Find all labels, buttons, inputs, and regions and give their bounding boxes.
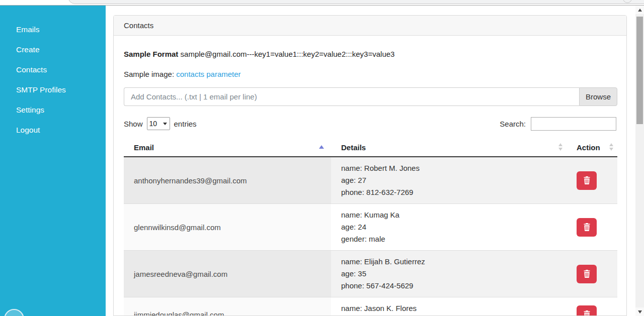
- delete-button[interactable]: [577, 171, 597, 190]
- detail-line: name: Elijah B. Gutierrez: [341, 256, 556, 268]
- detail-line: phone: 812-632-7269: [341, 186, 556, 198]
- delete-button[interactable]: [577, 305, 597, 316]
- column-header-email[interactable]: Email: [124, 139, 331, 157]
- contacts-parameter-link[interactable]: contacts parameter: [176, 70, 240, 78]
- browse-button[interactable]: Browse: [579, 87, 617, 106]
- main-content: Contacts Sample Format sample@gmail.com-…: [106, 6, 635, 316]
- sample-image-line: Sample image: contacts parameter: [124, 70, 616, 78]
- sidebar-item-logout[interactable]: Logout: [0, 120, 106, 140]
- sort-both-icon: [558, 143, 562, 151]
- action-header-label: Action: [577, 143, 600, 152]
- details-cell: name: Kumag Kaage: 24gender: male: [331, 204, 567, 251]
- scroll-down-button[interactable]: [635, 307, 644, 316]
- arrow-down-icon: [638, 310, 642, 313]
- show-label: Show: [124, 120, 143, 128]
- widget-circle[interactable]: [4, 309, 24, 316]
- sort-both-icon: [609, 143, 613, 151]
- sidebar-item-create[interactable]: Create: [0, 40, 106, 60]
- action-cell: [567, 297, 617, 316]
- sidebar-item-contacts[interactable]: Contacts: [0, 60, 106, 80]
- detail-line: name: Jason K. Flores: [341, 302, 556, 314]
- browser-chrome: [0, 0, 644, 6]
- detail-line: age: 27: [341, 174, 556, 186]
- email-cell: glennwilkinsd@gmail.com: [124, 204, 331, 251]
- page-length-select[interactable]: 10: [147, 117, 170, 130]
- detail-line: name: Kumag Ka: [341, 209, 556, 221]
- panel-title: Contacts: [114, 16, 626, 36]
- column-header-details[interactable]: Details: [331, 139, 567, 157]
- table-header-row: Email Details Action: [124, 139, 617, 157]
- search-control: Search:: [500, 117, 616, 131]
- add-contacts-input[interactable]: [124, 87, 579, 106]
- column-header-action[interactable]: Action: [567, 139, 617, 157]
- sample-format-label: Sample Format: [124, 50, 178, 58]
- delete-button[interactable]: [577, 218, 597, 237]
- search-label: Search:: [500, 120, 526, 128]
- sidebar-item-smtp-profiles[interactable]: SMTP Profiles: [0, 80, 106, 100]
- detail-line: phone: 567-424-5629: [341, 280, 556, 292]
- sample-image-label: Sample image:: [124, 70, 176, 78]
- sample-format-line: Sample Format sample@gmail.com---key1=va…: [124, 50, 616, 58]
- scrollbar-thumb[interactable]: [636, 17, 643, 124]
- details-cell: name: Jason K. Floresage: 29: [331, 297, 567, 316]
- sidebar-item-settings[interactable]: Settings: [0, 100, 106, 120]
- action-cell: [567, 157, 617, 204]
- email-cell: jimmiedouglas@gmail.com: [124, 297, 331, 316]
- detail-line: age: 35: [341, 268, 556, 280]
- table-row: jamesreedneva@gmail.comname: Elijah B. G…: [124, 251, 617, 297]
- sort-ascending-icon: [319, 145, 324, 149]
- delete-button[interactable]: [577, 265, 597, 283]
- address-bar[interactable]: [68, 0, 644, 4]
- email-cell: jamesreedneva@gmail.com: [124, 251, 331, 297]
- arrow-up-icon: [638, 9, 642, 12]
- search-input[interactable]: [531, 117, 616, 131]
- panel-body: Sample Format sample@gmail.com---key1=va…: [114, 36, 626, 316]
- email-cell: anthonyhernandes39@gmail.com: [124, 157, 331, 204]
- table-controls: Show 10 entries Search:: [124, 117, 616, 131]
- contacts-panel: Contacts Sample Format sample@gmail.com-…: [113, 15, 627, 316]
- trash-icon: [583, 176, 591, 184]
- contacts-table: Email Details Action anthonyhernandes39@…: [124, 139, 617, 316]
- add-contacts-group: Browse: [124, 87, 617, 106]
- scroll-up-button[interactable]: [635, 6, 644, 14]
- detail-line: gender: male: [341, 233, 556, 245]
- action-cell: [567, 204, 617, 251]
- trash-icon: [583, 270, 591, 278]
- detail-line: age: 24: [341, 221, 556, 233]
- detail-line: name: Robert M. Jones: [341, 162, 556, 174]
- vertical-scrollbar[interactable]: [635, 6, 644, 316]
- entries-label: entries: [174, 120, 197, 128]
- sidebar-item-emails[interactable]: Emails: [0, 20, 106, 40]
- trash-icon: [583, 223, 591, 231]
- table-row: anthonyhernandes39@gmail.comname: Robert…: [124, 157, 617, 204]
- table-row: glennwilkinsd@gmail.comname: Kumag Kaage…: [124, 204, 617, 251]
- sample-format-value: sample@gmail.com---key1=value1:::key2=va…: [178, 50, 394, 58]
- table-row: jimmiedouglas@gmail.comname: Jason K. Fl…: [124, 297, 617, 316]
- details-header-label: Details: [341, 143, 366, 152]
- app-window: Emails Create Contacts SMTP Profiles Set…: [0, 6, 644, 316]
- trash-icon: [583, 310, 591, 316]
- details-cell: name: Elijah B. Gutierrezage: 35phone: 5…: [331, 251, 567, 297]
- sidebar: Emails Create Contacts SMTP Profiles Set…: [0, 6, 106, 316]
- action-cell: [567, 251, 617, 297]
- email-header-label: Email: [134, 143, 154, 152]
- details-cell: name: Robert M. Jonesage: 27phone: 812-6…: [331, 157, 567, 204]
